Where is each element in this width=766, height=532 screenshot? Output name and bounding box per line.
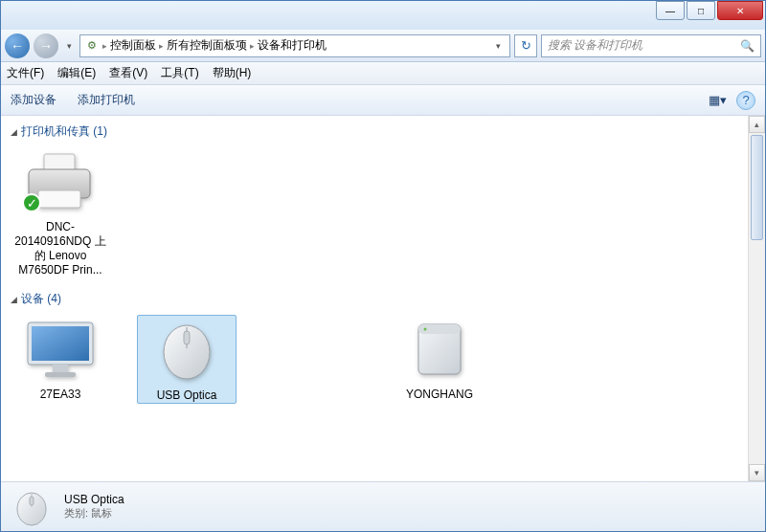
group-printers-header[interactable]: ◢ 打印机和传真 (1)	[11, 123, 738, 140]
status-category-value: 鼠标	[91, 507, 112, 519]
add-printer-button[interactable]: 添加打印机	[78, 92, 135, 108]
printer-icon: ✓	[20, 147, 101, 216]
svg-rect-5	[53, 365, 68, 372]
search-placeholder: 搜索 设备和打印机	[548, 37, 642, 54]
status-category-label: 类别:	[64, 507, 88, 519]
breadcrumb-sep-icon: ▸	[250, 41, 255, 51]
maximize-button[interactable]: □	[687, 1, 715, 20]
toolbar: 添加设备 添加打印机 ▦▾ ?	[1, 85, 765, 116]
device-item-drive[interactable]: YONGHANG	[390, 315, 489, 404]
status-mouse-icon	[11, 487, 53, 527]
breadcrumb-devices-printers[interactable]: 设备和打印机	[258, 37, 327, 54]
device-item-printer[interactable]: ✓ DNC-20140916NDQ 上的 Lenovo M7650DF Prin…	[11, 147, 110, 277]
nav-history-dropdown[interactable]: ▾	[62, 37, 76, 55]
group-printers-label: 打印机和传真 (1)	[21, 123, 107, 140]
svg-point-12	[424, 328, 427, 331]
view-options-button[interactable]: ▦▾	[708, 91, 727, 110]
address-dropdown-icon[interactable]: ▾	[490, 41, 506, 51]
menu-help[interactable]: 帮助(H)	[213, 65, 252, 81]
close-button[interactable]: ✕	[717, 1, 763, 20]
svg-rect-2	[38, 190, 80, 208]
address-bar[interactable]: ⚙ ▸ 控制面板 ▸ 所有控制面板项 ▸ 设备和打印机 ▾	[79, 34, 510, 57]
svg-rect-0	[44, 154, 75, 171]
svg-rect-9	[184, 331, 190, 344]
control-panel-icon: ⚙	[84, 38, 100, 54]
monitor-icon	[20, 315, 101, 384]
device-label: USB Optica	[157, 388, 217, 403]
default-check-icon: ✓	[22, 193, 41, 212]
refresh-button[interactable]: ↻	[514, 34, 537, 57]
group-devices-label: 设备 (4)	[21, 291, 61, 307]
breadcrumb-all-items[interactable]: 所有控制面板项	[167, 37, 247, 54]
titlebar: — □ ✕	[1, 1, 765, 30]
menu-file[interactable]: 文件(F)	[7, 65, 44, 81]
explorer-window: — □ ✕ ← → ▾ ⚙ ▸ 控制面板 ▸ 所有控制面板项 ▸ 设备和打印机 …	[0, 0, 766, 532]
svg-rect-15	[30, 497, 34, 505]
content-area: ◢ 打印机和传真 (1) ✓ DNC-20140916NDQ 上的 Leno	[1, 116, 765, 481]
scroll-up-icon[interactable]: ▴	[749, 116, 765, 133]
search-icon[interactable]: 🔍	[740, 39, 755, 53]
breadcrumb-sep-icon: ▸	[102, 41, 107, 51]
main-panel: ◢ 打印机和传真 (1) ✓ DNC-20140916NDQ 上的 Leno	[1, 116, 748, 481]
breadcrumb-sep-icon: ▸	[159, 41, 164, 51]
scroll-down-icon[interactable]: ▾	[749, 464, 765, 481]
menu-view[interactable]: 查看(V)	[109, 65, 147, 81]
help-button[interactable]: ?	[736, 91, 755, 110]
device-item-monitor[interactable]: 27EA33	[11, 315, 110, 404]
menu-bar: 文件(F) 编辑(E) 查看(V) 工具(T) 帮助(H)	[1, 62, 765, 85]
group-devices-header[interactable]: ◢ 设备 (4)	[11, 291, 738, 307]
add-device-button[interactable]: 添加设备	[11, 92, 56, 108]
device-label: 27EA33	[40, 388, 81, 402]
device-label: DNC-20140916NDQ 上的 Lenovo M7650DF Prin..…	[11, 220, 110, 277]
status-info: USB Optica 类别: 鼠标	[64, 493, 124, 521]
svg-rect-4	[32, 326, 89, 361]
vertical-scrollbar[interactable]: ▴ ▾	[748, 116, 765, 481]
status-bar: USB Optica 类别: 鼠标	[1, 481, 765, 531]
nav-bar: ← → ▾ ⚙ ▸ 控制面板 ▸ 所有控制面板项 ▸ 设备和打印机 ▾ ↻ 搜索…	[1, 30, 765, 62]
forward-button[interactable]: →	[34, 33, 58, 58]
svg-rect-6	[45, 372, 76, 377]
device-item-mouse[interactable]: USB Optica	[137, 315, 237, 404]
scroll-thumb[interactable]	[751, 135, 763, 240]
collapse-icon: ◢	[11, 127, 17, 137]
menu-edit[interactable]: 编辑(E)	[57, 65, 96, 81]
search-input[interactable]: 搜索 设备和打印机 🔍	[541, 34, 761, 57]
minimize-button[interactable]: —	[656, 1, 685, 20]
back-button[interactable]: ←	[5, 33, 30, 58]
status-title: USB Optica	[64, 493, 124, 506]
mouse-icon	[146, 316, 227, 385]
device-label: YONGHANG	[406, 388, 473, 402]
breadcrumb-control-panel[interactable]: 控制面板	[110, 37, 156, 54]
collapse-icon: ◢	[11, 295, 17, 304]
external-drive-icon	[399, 315, 480, 384]
menu-tools[interactable]: 工具(T)	[161, 65, 198, 81]
